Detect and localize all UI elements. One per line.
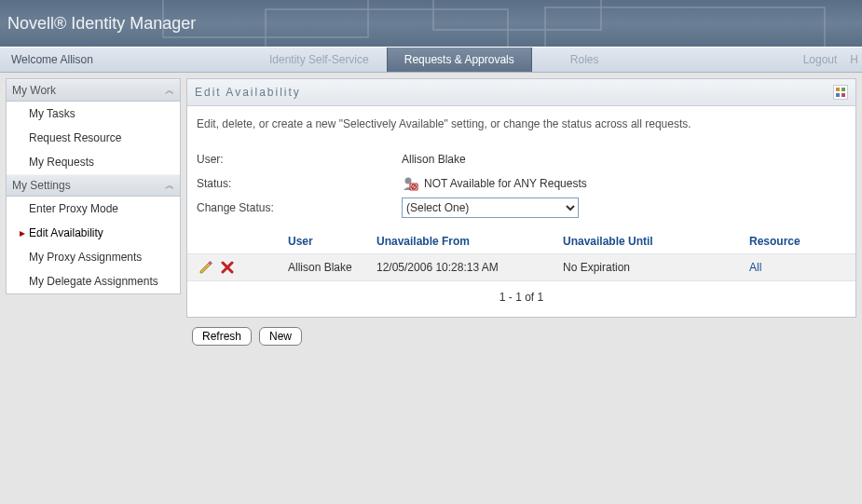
- welcome-text: Welcome Allison: [0, 48, 252, 72]
- svg-rect-5: [841, 88, 845, 91]
- svg-rect-1: [266, 9, 508, 47]
- user-value: Allison Blake: [402, 153, 466, 166]
- panel-options-icon[interactable]: [833, 85, 848, 100]
- sidebar-item-enter-proxy-mode[interactable]: ▸ Enter Proxy Mode: [7, 197, 180, 221]
- form-row-change-status: Change Status: (Select One): [197, 196, 846, 220]
- row-actions: [195, 260, 288, 275]
- sidebar-item-my-proxy-assignments[interactable]: ▸ My Proxy Assignments: [7, 245, 180, 269]
- active-marker-icon: ▸: [20, 226, 25, 239]
- tab-requests-approvals[interactable]: Requests & Approvals: [387, 48, 532, 72]
- workspace: My Work ︽ ▸ My Tasks ▸ Request Resource …: [0, 73, 862, 351]
- sidebar-item-label: My Proxy Assignments: [29, 251, 142, 264]
- panel-description: Edit, delete, or create a new "Selective…: [187, 106, 855, 147]
- collapse-icon: ︽: [165, 84, 174, 97]
- sidebar-item-label: Edit Availability: [29, 226, 103, 239]
- svg-rect-6: [836, 93, 840, 97]
- sidebar-group-title: My Work: [12, 84, 56, 97]
- col-resource: Resource: [749, 235, 848, 248]
- change-status-label: Change Status:: [197, 201, 402, 214]
- availability-table: User Unavailable From Unavailable Until …: [187, 229, 855, 317]
- sidebar-item-request-resource[interactable]: ▸ Request Resource: [7, 126, 180, 150]
- navbar: Welcome Allison Identity Self-Service Re…: [0, 47, 862, 73]
- user-label: User:: [197, 153, 402, 166]
- svg-rect-3: [545, 7, 825, 47]
- svg-point-8: [405, 178, 412, 184]
- table-header: User Unavailable From Unavailable Until …: [187, 229, 855, 253]
- cell-user: Allison Blake: [288, 261, 376, 274]
- sidebar-item-label: Enter Proxy Mode: [29, 202, 118, 215]
- sidebar-item-label: Request Resource: [29, 131, 121, 144]
- status-value: NOT Available for ANY Requests: [424, 177, 587, 190]
- change-status-select[interactable]: (Select One): [402, 198, 579, 218]
- pager-text: 1 - 1 of 1: [187, 281, 855, 317]
- nav-right: Logout H: [790, 48, 862, 72]
- sidebar-group-my-work[interactable]: My Work ︽: [7, 79, 180, 102]
- delete-row-icon[interactable]: [221, 261, 234, 274]
- sidebar-item-edit-availability[interactable]: ▸ Edit Availability: [7, 221, 180, 245]
- col-unavailable-from: Unavailable From: [376, 235, 563, 248]
- form-area: User: Allison Blake Status:: [187, 147, 855, 224]
- svg-rect-7: [841, 93, 845, 97]
- svg-rect-2: [433, 0, 601, 30]
- sidebar-item-label: My Requests: [29, 156, 94, 169]
- collapse-icon: ︽: [165, 179, 174, 192]
- sidebar-group-my-settings[interactable]: My Settings ︽: [7, 174, 180, 197]
- edit-row-icon[interactable]: [198, 260, 213, 275]
- col-user: User: [288, 235, 376, 248]
- main-panel: Edit Availability Edit, delete, or creat…: [186, 78, 856, 346]
- banner-decoration: [154, 0, 862, 47]
- sidebar: My Work ︽ ▸ My Tasks ▸ Request Resource …: [6, 78, 181, 294]
- col-unavailable-until: Unavailable Until: [563, 235, 749, 248]
- cell-until: No Expiration: [563, 261, 749, 274]
- app-banner: Novell® Identity Manager: [0, 0, 862, 47]
- sidebar-item-label: My Tasks: [29, 107, 75, 120]
- logout-link[interactable]: Logout: [803, 53, 838, 66]
- nav-tabs: Identity Self-Service Requests & Approva…: [252, 48, 790, 72]
- new-button[interactable]: New: [259, 327, 302, 346]
- help-link[interactable]: H: [850, 53, 858, 66]
- svg-rect-4: [836, 88, 840, 91]
- panel-footer: Refresh New: [186, 318, 856, 346]
- refresh-button[interactable]: Refresh: [192, 327, 252, 346]
- tab-identity-self-service[interactable]: Identity Self-Service: [252, 48, 387, 72]
- sidebar-item-my-requests[interactable]: ▸ My Requests: [7, 150, 180, 174]
- edit-availability-panel: Edit Availability Edit, delete, or creat…: [186, 78, 856, 318]
- panel-header: Edit Availability: [187, 79, 855, 106]
- tab-roles[interactable]: Roles: [532, 48, 637, 72]
- cell-from: 12/05/2006 10:28:13 AM: [376, 261, 563, 274]
- status-label: Status:: [197, 177, 402, 190]
- cell-resource[interactable]: All: [749, 261, 848, 274]
- sidebar-item-my-delegate-assignments[interactable]: ▸ My Delegate Assignments: [7, 269, 180, 293]
- form-row-status: Status: NOT Available for ANY Reques: [197, 171, 846, 196]
- panel-title: Edit Availability: [195, 86, 301, 99]
- sidebar-item-my-tasks[interactable]: ▸ My Tasks: [7, 102, 180, 126]
- form-row-user: User: Allison Blake: [197, 147, 846, 171]
- sidebar-item-label: My Delegate Assignments: [29, 275, 158, 288]
- sidebar-group-title: My Settings: [12, 179, 71, 192]
- status-unavailable-icon: [402, 176, 418, 191]
- table-row: Allison Blake 12/05/2006 10:28:13 AM No …: [187, 253, 855, 281]
